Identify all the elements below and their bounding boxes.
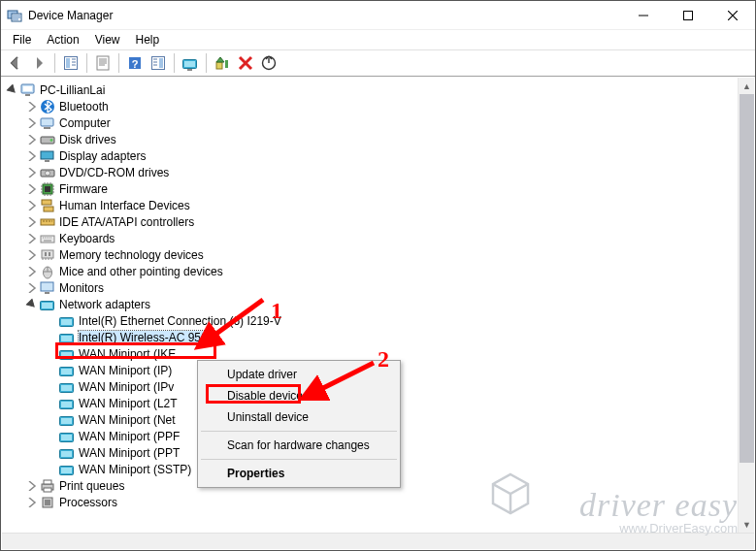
svg-rect-34: [42, 250, 53, 258]
tree-item-label: Display adapters: [59, 149, 146, 163]
svg-rect-57: [61, 435, 72, 440]
properties-button[interactable]: [92, 52, 114, 74]
svg-rect-66: [45, 500, 50, 505]
maximize-button[interactable]: [666, 1, 710, 30]
svg-rect-53: [61, 402, 72, 407]
network-adapter-icon: [59, 346, 75, 362]
uninstall-device-toolbar-button[interactable]: [235, 52, 256, 74]
forward-button[interactable]: [28, 52, 49, 74]
network-adapter-icon: [59, 412, 75, 428]
scroll-down-button[interactable]: ▼: [739, 516, 754, 533]
tree-item-computer[interactable]: Computer: [2, 114, 738, 131]
svg-rect-47: [61, 352, 72, 358]
chevron-right-icon[interactable]: [25, 116, 39, 130]
tree-item-label: Memory technology devices: [59, 248, 204, 262]
close-button[interactable]: [710, 1, 755, 30]
ctx-uninstall-device[interactable]: Uninstall device: [200, 406, 398, 428]
chevron-right-icon[interactable]: [25, 232, 39, 245]
chevron-right-icon[interactable]: [25, 133, 39, 146]
tree-item-hid[interactable]: Human Interface Devices: [2, 197, 738, 213]
show-hide-console-tree-button[interactable]: [60, 52, 82, 74]
network-adapter-icon: [59, 330, 75, 345]
tree-root[interactable]: PC-LillianLai: [2, 81, 738, 98]
tree-item-ethernet-i219v[interactable]: Intel(R) Ethernet Connection (6) I219-V: [2, 312, 738, 329]
chevron-right-icon[interactable]: [25, 265, 39, 278]
svg-rect-33: [41, 236, 54, 243]
chevron-right-icon[interactable]: [25, 496, 39, 509]
svg-rect-21: [44, 127, 50, 129]
tree-item-monitors[interactable]: Monitors: [2, 279, 738, 296]
action-pane-button[interactable]: [148, 52, 169, 74]
svg-rect-32: [41, 219, 54, 225]
cdrom-icon: [40, 165, 55, 180]
tree-item-ide[interactable]: IDE ATA/ATAPI controllers: [2, 213, 738, 230]
tree-item-mice[interactable]: Mice and other pointing devices: [2, 263, 738, 279]
tree-item-network-adapters[interactable]: Network adapters: [2, 296, 738, 312]
chevron-right-icon[interactable]: [25, 479, 39, 493]
svg-rect-2: [684, 12, 693, 20]
ctx-scan-changes[interactable]: Scan for hardware changes: [200, 435, 398, 456]
vertical-scrollbar[interactable]: ▲ ▼: [738, 78, 754, 533]
back-button[interactable]: [5, 52, 26, 74]
firmware-icon: [40, 181, 55, 197]
svg-rect-4: [66, 58, 70, 68]
ctx-disable-device[interactable]: Disable device: [200, 385, 398, 406]
chevron-right-icon[interactable]: [25, 149, 39, 163]
chevron-right-icon[interactable]: [25, 166, 39, 179]
tree-item-label: Network adapters: [59, 298, 150, 311]
titlebar: Device Manager: [1, 1, 755, 30]
chevron-right-icon[interactable]: [25, 215, 39, 229]
menu-help[interactable]: Help: [128, 32, 168, 48]
svg-point-27: [46, 171, 50, 176]
menu-action[interactable]: Action: [39, 32, 86, 48]
tree-item-label: WAN Miniport (Net: [79, 413, 176, 427]
hid-icon: [40, 198, 55, 213]
tree-item-label: WAN Miniport (L2T: [79, 397, 178, 410]
tree-item-bluetooth[interactable]: Bluetooth: [2, 98, 738, 114]
chevron-right-icon[interactable]: [25, 199, 39, 212]
ctx-update-driver[interactable]: Update driver: [200, 364, 398, 385]
scroll-thumb[interactable]: [740, 94, 754, 463]
chevron-right-icon[interactable]: [25, 248, 39, 262]
cpu-icon: [40, 495, 55, 510]
help-button[interactable]: ?: [124, 52, 146, 74]
menu-file[interactable]: File: [5, 32, 39, 48]
svg-rect-25: [45, 160, 49, 162]
chevron-down-icon[interactable]: [25, 298, 39, 311]
svg-rect-41: [42, 303, 52, 308]
chevron-down-icon[interactable]: [6, 83, 19, 97]
chevron-right-icon[interactable]: [25, 100, 39, 113]
tree-item-firmware[interactable]: Firmware: [2, 180, 738, 197]
svg-rect-12: [187, 69, 192, 71]
svg-rect-51: [61, 385, 72, 391]
scan-hardware-changes-toolbar-button[interactable]: [258, 52, 279, 74]
ctx-properties[interactable]: Properties: [200, 463, 398, 484]
svg-rect-63: [44, 480, 51, 484]
tree-item-wireless-ac9560[interactable]: Intel(R) Wireless-AC 9560: [2, 329, 738, 345]
tree-item-disk-drives[interactable]: Disk drives: [2, 131, 738, 147]
update-driver-toolbar-button[interactable]: [180, 52, 201, 74]
network-icon: [40, 297, 55, 312]
tree-item-label: Computer: [59, 116, 111, 130]
chevron-right-icon[interactable]: [25, 182, 39, 196]
menu-view[interactable]: View: [87, 32, 128, 48]
tree-item-label: Print queues: [59, 479, 124, 493]
menubar: File Action View Help: [1, 30, 755, 49]
printer-icon: [40, 478, 55, 494]
tree-item-dvd[interactable]: DVD/CD-ROM drives: [2, 164, 738, 180]
chevron-right-icon[interactable]: [25, 281, 39, 295]
computer-icon: [40, 115, 55, 131]
tree-item-keyboards[interactable]: Keyboards: [2, 230, 738, 246]
ide-icon: [40, 214, 55, 230]
tree-item-label: Disk drives: [59, 133, 116, 146]
tree-item-display-adapters[interactable]: Display adapters: [2, 147, 738, 164]
tree-item-label: WAN Miniport (PPF: [79, 430, 180, 443]
svg-rect-38: [41, 282, 53, 291]
tree-item-label: DVD/CD-ROM drives: [59, 166, 169, 179]
minimize-button[interactable]: [621, 1, 666, 30]
svg-rect-61: [61, 468, 72, 473]
enable-device-toolbar-button[interactable]: [212, 52, 233, 74]
tree-item-memory[interactable]: Memory technology devices: [2, 246, 738, 263]
scroll-up-button[interactable]: ▲: [739, 78, 754, 94]
tree-item-processors[interactable]: Processors: [2, 494, 738, 510]
